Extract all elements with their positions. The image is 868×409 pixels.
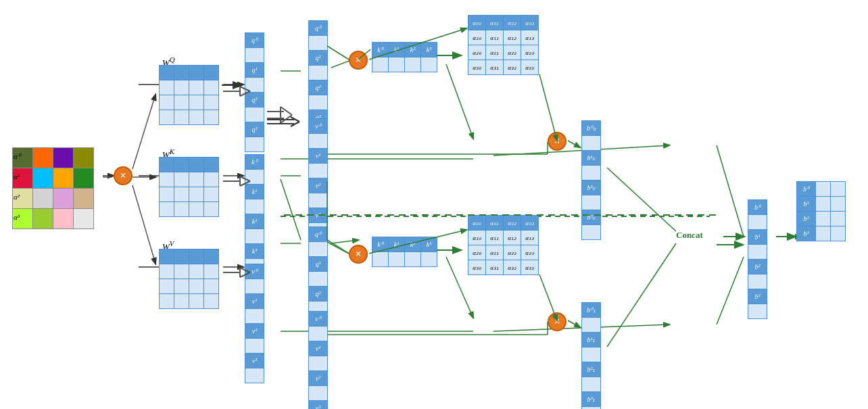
k-to-alpha-upper-arrow	[437, 47, 467, 64]
svg-line-62	[327, 240, 349, 254]
svg-line-52	[327, 46, 349, 59]
times-symbol: ×	[120, 170, 126, 182]
b1-output-vector: b⁰₁ b¹₁ b²₁ b³₁	[581, 302, 601, 409]
svg-line-68	[607, 168, 676, 231]
k-row-lower: k⁰ k¹ k² k³	[372, 237, 437, 267]
svg-line-15	[281, 179, 301, 240]
concat-label: Concat	[676, 230, 703, 241]
times-upper-right: ×	[554, 135, 560, 147]
times-lower-right: ×	[554, 316, 560, 328]
final-output-matrix: b⁰ b¹ b² b³	[796, 181, 846, 241]
q-vector-head0: q⁰ q¹ q² q³	[245, 32, 264, 152]
diagram: α⁰ α¹ α² α³ × WQ WK WV q⁰ q¹ q²	[0, 0, 868, 409]
input-matrix	[12, 147, 94, 229]
final-output-vector: b⁰ b¹ b² b³	[748, 199, 767, 319]
svg-line-34	[132, 185, 155, 264]
svg-line-32	[132, 95, 155, 169]
svg-line-21	[717, 257, 744, 324]
alpha0-label: α⁰	[14, 152, 20, 161]
svg-line-69	[607, 243, 676, 347]
multiply-input-weights: ×	[114, 166, 132, 185]
wq-arrow	[222, 78, 245, 92]
alpha2-label: α²	[14, 193, 20, 201]
multiply-upper: ×	[349, 51, 368, 70]
v-vector-upper: v⁰ v¹ v² v³	[308, 118, 328, 238]
svg-line-58	[568, 141, 580, 147]
multiply-lower-right: ×	[548, 312, 566, 331]
alpha-matrix-lower: α₀₀α₀₁α₀₂α₀₃ α₁₀α₁₁α₁₂α₁₃ α₂₀α₂₁α₂₂α₂₃ α…	[468, 215, 539, 275]
svg-line-20	[717, 145, 744, 237]
svg-line-55	[539, 74, 557, 141]
qkv-arrow	[267, 112, 301, 132]
alpha-matrix-upper: α₀₀α₀₁α₀₂α₀₃ α₁₀α₁₁α₁₂α₁₃ α₂₀α₂₁α₂₂α₂₃ α…	[468, 15, 539, 75]
alpha3-label: α³	[14, 213, 20, 221]
multiply-lower: ×	[349, 245, 368, 264]
k-vector: k⁰ k¹ k² k³	[245, 154, 264, 274]
v-vector-head0: v⁰ v¹ v² v³	[245, 264, 264, 383]
wv-matrix	[159, 249, 219, 309]
wq-matrix	[159, 65, 219, 125]
svg-line-10	[446, 64, 473, 139]
k-row-upper: k⁰ k¹ k² k³	[372, 42, 437, 72]
times-lower: ×	[355, 248, 361, 260]
times-upper: ×	[355, 54, 361, 66]
concat-arrow	[717, 237, 747, 254]
svg-line-60	[327, 242, 349, 254]
wk-matrix	[159, 157, 219, 217]
svg-line-67	[568, 320, 580, 327]
multiply-upper-right: ×	[548, 132, 566, 151]
k-to-alpha-lower-arrow	[437, 242, 467, 259]
v-vector-lower: v⁰ v¹ v² v³	[308, 311, 328, 409]
svg-line-16	[331, 240, 358, 243]
alpha1-label: α¹	[14, 172, 20, 181]
b0-output-vector: b⁰₀ b¹₀ b²₀ b³₀	[581, 120, 601, 240]
